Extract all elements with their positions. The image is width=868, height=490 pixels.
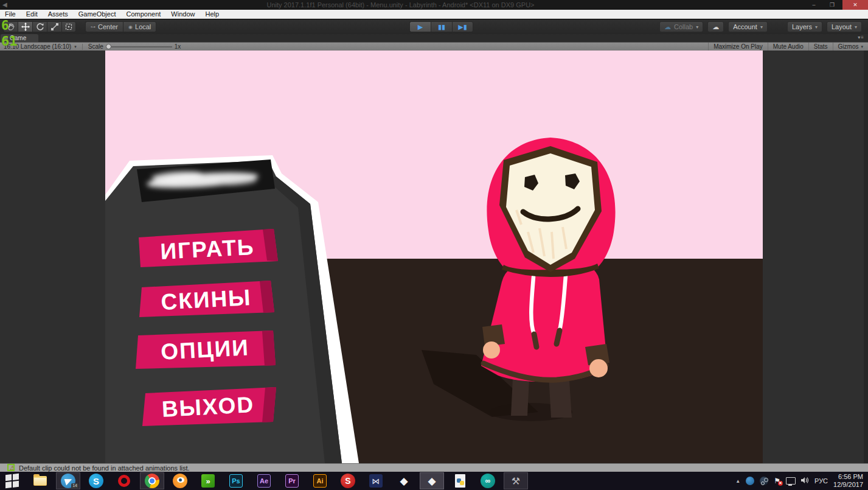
toolbar: ⊶ Center ◉ Local ▶ ▮▮ ▶▮ ☁ Collab ▾ ☁ Ac bbox=[0, 19, 868, 35]
scale-slider-knob[interactable] bbox=[106, 44, 111, 49]
taskbar-telegram[interactable]: 14 bbox=[56, 472, 80, 489]
step-button[interactable]: ▶▮ bbox=[452, 21, 473, 32]
chrome-icon bbox=[145, 474, 159, 488]
blender-icon bbox=[173, 474, 187, 488]
pivot-space-toggles: ⊶ Center ◉ Local bbox=[85, 21, 156, 32]
chevron-down-icon: ▾ bbox=[815, 24, 818, 30]
layout-dropdown[interactable]: Layout ▾ bbox=[827, 21, 862, 32]
maximize-on-play-button[interactable]: Maximize On Play bbox=[708, 43, 768, 51]
stats-button[interactable]: Stats bbox=[808, 43, 833, 51]
taskbar-visual-studio[interactable]: ⋈ bbox=[364, 472, 388, 489]
start-button[interactable] bbox=[0, 472, 24, 489]
clock[interactable]: 6:56 PM 12/9/2017 bbox=[833, 473, 863, 489]
rotate-tool-icon[interactable] bbox=[32, 21, 47, 32]
transform-tools bbox=[3, 21, 76, 32]
tray-expand-icon[interactable]: ▲ bbox=[735, 478, 740, 484]
menu-bar: File Edit Assets GameObject Component Wi… bbox=[0, 10, 868, 19]
taskbar-blender[interactable] bbox=[168, 472, 192, 489]
game-button-play-label: ИГРАТЬ bbox=[160, 234, 255, 264]
taskbar-chrome[interactable] bbox=[140, 472, 164, 489]
network-icon[interactable] bbox=[786, 477, 796, 485]
divider bbox=[82, 44, 83, 50]
drawstring-left-tip bbox=[534, 334, 536, 347]
taskbar-python-file[interactable] bbox=[448, 472, 472, 489]
rect-tool-icon[interactable] bbox=[61, 21, 76, 32]
taskbar-arduino[interactable]: ∞ bbox=[476, 472, 500, 489]
mute-audio-button[interactable]: Mute Audio bbox=[768, 43, 808, 51]
scale-tool-icon[interactable] bbox=[47, 21, 61, 32]
taskbar-unity-running[interactable]: ◆ bbox=[420, 472, 444, 489]
pause-button[interactable]: ▮▮ bbox=[431, 21, 452, 32]
close-button[interactable]: ✕ bbox=[842, 0, 868, 10]
taskbar-after-effects[interactable]: Ae bbox=[252, 472, 276, 489]
panel-options-icon[interactable]: ▾≡ bbox=[858, 35, 864, 40]
account-label: Account bbox=[733, 23, 757, 30]
taskbar-vegas[interactable]: » bbox=[196, 472, 220, 489]
taskbar-explorer[interactable] bbox=[28, 472, 52, 489]
menu-file[interactable]: File bbox=[5, 10, 16, 18]
taskbar-premiere[interactable]: Pr bbox=[280, 472, 304, 489]
menu-help[interactable]: Help bbox=[205, 10, 219, 18]
play-button[interactable]: ▶ bbox=[409, 21, 431, 32]
taskbar-illustrator[interactable]: Ai bbox=[308, 472, 332, 489]
game-button-options-label: ОПЦИИ bbox=[160, 335, 250, 365]
menu-component[interactable]: Component bbox=[126, 10, 161, 18]
minimize-button[interactable]: – bbox=[805, 0, 823, 10]
viewport-edge-strip bbox=[864, 51, 868, 463]
onedrive-icon[interactable] bbox=[746, 477, 754, 485]
taskbar-opera[interactable] bbox=[112, 472, 136, 489]
restore-button[interactable]: ❐ bbox=[823, 0, 841, 10]
gizmos-label: Gizmos bbox=[838, 43, 859, 50]
collab-dropdown[interactable]: ☁ Collab ▾ bbox=[659, 21, 703, 32]
taskbar-game-app[interactable]: ⚒ bbox=[504, 472, 528, 489]
gizmos-dropdown[interactable]: Gizmos ▾ bbox=[833, 43, 868, 51]
collab-label: Collab bbox=[674, 23, 693, 30]
scale-label: Scale bbox=[88, 43, 103, 50]
drawstring-right-tip bbox=[557, 331, 560, 344]
space-local-button[interactable]: ◉ Local bbox=[123, 21, 156, 32]
taskbar-skype[interactable]: S bbox=[84, 472, 108, 489]
status-bar[interactable]: ⚠ Default clip could not be found in att… bbox=[0, 463, 868, 472]
after-effects-icon: Ae bbox=[257, 474, 271, 488]
mute-audio-label: Mute Audio bbox=[773, 43, 804, 50]
scale-slider-track[interactable] bbox=[111, 46, 172, 47]
playmode-controls: ▶ ▮▮ ▶▮ bbox=[409, 21, 473, 32]
status-message: Default clip could not be found in attac… bbox=[19, 464, 190, 472]
language-indicator[interactable]: РУС bbox=[814, 477, 828, 485]
game-button-exit[interactable]: ВЫХОD bbox=[142, 387, 276, 426]
layers-label: Layers bbox=[792, 23, 812, 30]
game-view-buttons: Maximize On Play Mute Audio Stats Gizmos… bbox=[708, 43, 868, 51]
game-button-exit-label: ВЫХОD bbox=[161, 392, 255, 422]
illustrator-icon: Ai bbox=[313, 474, 327, 488]
pivot-icon: ⊶ bbox=[91, 24, 95, 30]
system-tray: ▲ ⚑✕ РУС 6:56 PM 12/9/2017 bbox=[735, 473, 868, 489]
steam-icon[interactable] bbox=[760, 477, 768, 485]
game-button-options[interactable]: ОПЦИИ bbox=[136, 331, 276, 369]
recorder-counter-artifact: 6 bbox=[1, 18, 9, 33]
layout-label: Layout bbox=[832, 23, 852, 30]
account-dropdown[interactable]: Account ▾ bbox=[728, 21, 768, 32]
collab-cloud-up-icon: ☁ bbox=[664, 23, 671, 31]
python-file-icon bbox=[455, 474, 465, 488]
action-center-flag-icon[interactable]: ⚑✕ bbox=[774, 477, 780, 485]
taskbar-unity[interactable]: ◆ bbox=[392, 472, 416, 489]
photoshop-icon: Ps bbox=[229, 474, 243, 488]
menu-gameobject[interactable]: GameObject bbox=[78, 10, 116, 18]
taskbar-photoshop[interactable]: Ps bbox=[224, 472, 248, 489]
taskbar-substance[interactable]: S bbox=[336, 472, 360, 489]
unity-icon: ◆ bbox=[428, 476, 436, 486]
unity-icon: ◆ bbox=[400, 476, 408, 486]
menu-edit[interactable]: Edit bbox=[26, 10, 38, 18]
windows-logo-icon bbox=[5, 474, 19, 488]
menu-window[interactable]: Window bbox=[171, 10, 195, 18]
pivot-center-button[interactable]: ⊶ Center bbox=[85, 21, 123, 32]
stats-label: Stats bbox=[814, 43, 828, 50]
folder-icon bbox=[33, 476, 47, 486]
layers-dropdown[interactable]: Layers ▾ bbox=[787, 21, 822, 32]
chevron-down-icon: ▾ bbox=[696, 24, 698, 30]
menu-assets[interactable]: Assets bbox=[48, 10, 68, 18]
move-tool-icon[interactable] bbox=[18, 21, 32, 32]
telegram-badge: 14 bbox=[71, 483, 78, 488]
volume-icon[interactable] bbox=[801, 477, 809, 485]
cloud-services-button[interactable]: ☁ bbox=[707, 21, 724, 32]
